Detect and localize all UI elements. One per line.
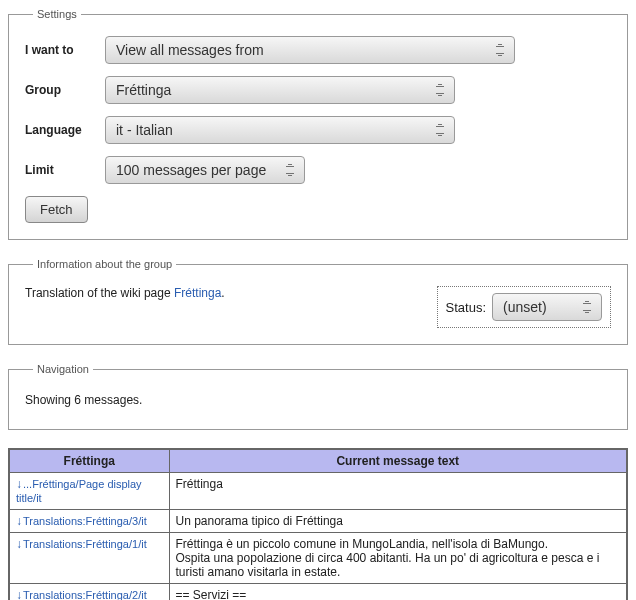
message-key-link[interactable]: Translations:Fréttinga/1/it xyxy=(23,538,147,550)
settings-legend: Settings xyxy=(33,8,81,20)
message-text-cell: Fréttinga xyxy=(169,473,627,510)
message-key-cell: ↓Translations:Fréttinga/3/it xyxy=(9,510,169,533)
message-key-link[interactable]: Translations:Fréttinga/3/it xyxy=(23,515,147,527)
label-group: Group xyxy=(25,83,105,97)
col-header-msg: Current message text xyxy=(169,449,627,473)
message-text-cell: Fréttinga è un piccolo comune in MungoLa… xyxy=(169,533,627,584)
table-row: ↓Translations:Fréttinga/3/itUn panorama … xyxy=(9,510,627,533)
row-group: Group Fréttinga xyxy=(25,76,611,104)
message-key-cell: ↓...Fréttinga/Page display title/it xyxy=(9,473,169,510)
row-language: Language it - Italian xyxy=(25,116,611,144)
status-box: Status: (unset) xyxy=(437,286,611,328)
message-key-cell: ↓Translations:Fréttinga/2/it xyxy=(9,584,169,601)
status-label: Status: xyxy=(446,300,486,315)
table-row: ↓Translations:Fréttinga/2/it== Servizi =… xyxy=(9,584,627,601)
limit-select[interactable]: 100 messages per page xyxy=(105,156,305,184)
language-select[interactable]: it - Italian xyxy=(105,116,455,144)
down-arrow-icon: ↓ xyxy=(16,514,22,528)
down-arrow-icon: ↓ xyxy=(16,588,22,600)
fetch-button[interactable]: Fetch xyxy=(25,196,88,223)
info-page-link[interactable]: Fréttinga xyxy=(174,286,221,300)
group-select-value: Fréttinga xyxy=(116,82,171,98)
limit-select-value: 100 messages per page xyxy=(116,162,266,178)
row-action: I want to View all messages from xyxy=(25,36,611,64)
status-select[interactable]: (unset) xyxy=(492,293,602,321)
messages-table: Fréttinga Current message text ↓...Frétt… xyxy=(8,448,628,600)
status-select-value: (unset) xyxy=(503,299,547,315)
message-key-link[interactable]: Translations:Fréttinga/2/it xyxy=(23,589,147,600)
row-fetch: Fetch xyxy=(25,196,611,223)
col-header-key: Fréttinga xyxy=(9,449,169,473)
message-key-cell: ↓Translations:Fréttinga/1/it xyxy=(9,533,169,584)
label-action: I want to xyxy=(25,43,105,57)
message-text-cell: == Servizi ==Non ha molti servizi. C'è u… xyxy=(169,584,627,601)
action-select-value: View all messages from xyxy=(116,42,264,58)
action-select[interactable]: View all messages from xyxy=(105,36,515,64)
info-legend: Information about the group xyxy=(33,258,176,270)
info-prefix: Translation of the wiki page xyxy=(25,286,174,300)
row-limit: Limit 100 messages per page xyxy=(25,156,611,184)
language-select-value: it - Italian xyxy=(116,122,173,138)
message-text-cell: Un panorama tipico di Fréttinga xyxy=(169,510,627,533)
label-limit: Limit xyxy=(25,163,105,177)
down-arrow-icon: ↓ xyxy=(16,477,22,491)
info-text: Translation of the wiki page Fréttinga. xyxy=(25,286,225,300)
table-row: ↓Translations:Fréttinga/1/itFréttinga è … xyxy=(9,533,627,584)
settings-fieldset: Settings I want to View all messages fro… xyxy=(8,8,628,240)
info-suffix: . xyxy=(221,286,224,300)
down-arrow-icon: ↓ xyxy=(16,537,22,551)
navigation-legend: Navigation xyxy=(33,363,93,375)
navigation-text: Showing 6 messages. xyxy=(25,391,611,413)
table-row: ↓...Fréttinga/Page display title/itFrétt… xyxy=(9,473,627,510)
navigation-fieldset: Navigation Showing 6 messages. xyxy=(8,363,628,430)
group-select[interactable]: Fréttinga xyxy=(105,76,455,104)
message-key-link[interactable]: ...Fréttinga/Page display title/it xyxy=(16,478,142,504)
info-fieldset: Information about the group Translation … xyxy=(8,258,628,345)
label-language: Language xyxy=(25,123,105,137)
